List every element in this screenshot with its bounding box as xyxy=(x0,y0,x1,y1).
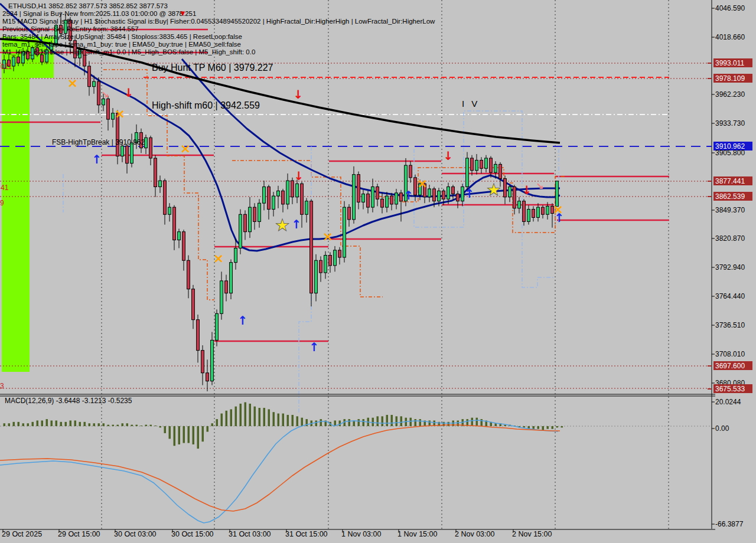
macd-histogram-bar xyxy=(348,419,351,426)
bars-stoploss-line: Bars: 35484 | ArraySize UpSignal: 35484 … xyxy=(2,33,242,41)
macd-histogram-bar xyxy=(117,425,119,426)
bear-candle xyxy=(457,194,460,201)
bear-candle xyxy=(282,191,285,204)
macd-histogram-bar xyxy=(216,419,219,426)
bull-candle xyxy=(239,214,242,248)
clipped-label-fragment: 3 xyxy=(0,382,4,390)
macd-histogram-bar xyxy=(27,423,30,426)
macd-histogram-bar xyxy=(230,409,233,426)
macd-histogram-bar xyxy=(32,422,34,426)
bear-candle xyxy=(107,99,110,119)
bull-candle xyxy=(12,57,15,66)
fsb-high-tp-annotation: FSB-HighTpBreak | 3910.962 xyxy=(52,138,145,146)
macd-histogram-bar xyxy=(188,426,190,443)
macd-histogram-bar xyxy=(93,423,96,426)
macd-histogram-bar xyxy=(84,422,86,426)
bear-candle xyxy=(400,193,403,201)
macd-histogram-bar xyxy=(556,426,559,427)
macd-histogram-bar xyxy=(523,426,526,427)
time-axis-label[interactable]: 2 Nov 15:00 xyxy=(512,530,552,538)
bear-candle xyxy=(197,320,200,351)
bear-candle xyxy=(357,175,360,202)
macd-histogram-bar xyxy=(448,422,450,426)
indicator-status-line: M15 MACD Signal is:Buy | H1 $tochastic S… xyxy=(2,18,435,25)
signal-down-arrow-icon: ▼ xyxy=(179,9,187,18)
macd-histogram-bar xyxy=(131,425,133,426)
bull-candle xyxy=(509,187,511,197)
bull-candle xyxy=(220,281,223,313)
time-axis-label[interactable]: 30 Oct 03:00 xyxy=(114,530,157,538)
bear-candle xyxy=(376,187,379,199)
macd-histogram-bar xyxy=(103,423,105,426)
bear-candle xyxy=(490,158,493,172)
bear-candle xyxy=(348,207,351,220)
macd-histogram-bar xyxy=(112,425,115,426)
bull-candle xyxy=(249,207,252,232)
macd-histogram-bar xyxy=(363,419,365,426)
mt4-chart-window: ↓↓↓↓↓↑↑↑↑↑↑↑★★×××××××↘↘4046.5904018.6603… xyxy=(0,0,756,543)
bear-candle xyxy=(513,187,516,208)
cross-signal-icon: × xyxy=(213,251,224,266)
bull-candle xyxy=(296,184,299,197)
macd-histogram-bar xyxy=(193,426,195,444)
macd-main-line xyxy=(0,420,558,523)
bear-candle xyxy=(88,66,91,87)
bull-candle xyxy=(527,210,530,222)
bull-candle xyxy=(428,189,431,197)
macd-histogram-bar xyxy=(292,415,294,426)
bear-candle xyxy=(154,158,157,187)
macd-signal-line xyxy=(0,425,560,511)
bull-candle xyxy=(230,263,233,293)
bear-candle xyxy=(97,81,100,105)
time-axis-label[interactable]: 29 Oct 15:00 xyxy=(58,530,100,538)
macd-histogram-bar xyxy=(476,418,478,426)
macd-histogram-bar xyxy=(221,414,223,426)
macd-histogram-bar xyxy=(400,416,403,426)
macd-histogram-bar xyxy=(263,408,266,426)
bull-candle xyxy=(438,191,441,201)
macd-histogram-bar xyxy=(41,420,44,426)
bear-candle xyxy=(471,158,474,171)
macd-histogram-bar xyxy=(183,426,185,443)
bull-candle xyxy=(518,201,521,208)
iv-annotation: I V xyxy=(462,99,480,109)
macd-histogram-bar xyxy=(552,426,554,429)
time-axis-label[interactable]: 31 Oct 03:00 xyxy=(229,530,271,538)
macd-histogram-bar xyxy=(542,426,545,430)
macd-histogram-bar xyxy=(79,422,82,426)
macd-histogram-bar xyxy=(537,426,540,429)
macd-histogram-bar xyxy=(273,412,275,426)
tema-ema-line: tema_m1_sell: false | tema_m1_buy: true … xyxy=(2,41,241,48)
buy-arrow-icon: ↑ xyxy=(309,340,320,354)
time-axis-label[interactable]: 2 Nov 03:00 xyxy=(455,530,494,538)
sell-arrow-icon: ↓ xyxy=(294,87,304,102)
macd-histogram-bar xyxy=(296,416,299,426)
buy-arrow-icon: ↑ xyxy=(292,217,302,231)
bear-candle xyxy=(504,179,507,197)
price-axis-label: 3962.230 xyxy=(715,90,745,99)
bear-candle xyxy=(206,373,209,381)
bull-candle xyxy=(216,313,219,340)
macd-histogram-bar xyxy=(377,416,379,426)
macd-histogram-bar xyxy=(8,423,11,426)
macd-histogram-bar xyxy=(358,419,360,426)
bull-candle xyxy=(466,158,469,187)
chart-canvas[interactable]: ↓↓↓↓↓↑↑↑↑↑↑↑★★×××××××↘↘4046.5904018.6603… xyxy=(0,0,756,543)
macd-histogram-bar xyxy=(18,422,20,426)
time-axis-label[interactable]: 31 Oct 15:00 xyxy=(285,530,328,538)
macd-indicator-label: MACD(12,26,9) -3.6448 -3.1213 -0.5235 xyxy=(5,397,132,405)
time-axis-label[interactable]: 29 Oct 2025 xyxy=(2,530,42,538)
price-axis-label: 3877.441 xyxy=(715,177,745,185)
price-axis-label: 3933.730 xyxy=(715,119,745,127)
time-axis-label[interactable]: 30 Oct 15:00 xyxy=(171,530,214,538)
macd-histogram-bar xyxy=(410,418,412,426)
sell-arrow-icon: ↓ xyxy=(444,149,454,163)
price-axis-label: 3708.010 xyxy=(715,350,745,358)
cross-signal-icon: × xyxy=(553,202,563,217)
time-axis-label[interactable]: 1 Nov 15:00 xyxy=(397,530,437,538)
macd-histogram-bar xyxy=(37,420,39,426)
bull-candle xyxy=(286,181,289,204)
bull-candle xyxy=(494,164,497,172)
time-axis-label[interactable]: 1 Nov 03:00 xyxy=(341,530,381,538)
bull-candle xyxy=(324,256,327,273)
